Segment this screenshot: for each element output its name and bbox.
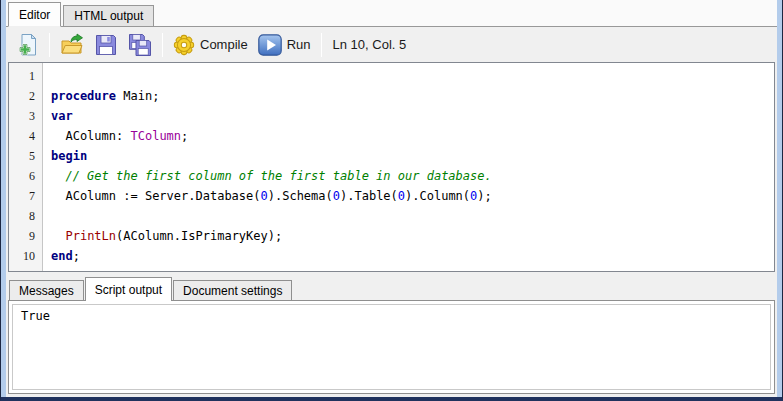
tab-messages[interactable]: Messages — [9, 280, 84, 300]
tab-editor-label: Editor — [19, 8, 50, 22]
tab-document-settings-label: Document settings — [183, 284, 282, 298]
run-button-label: Run — [287, 37, 311, 52]
new-file-icon — [15, 33, 39, 57]
editor-panel: 12345678910 procedure Main;var AColumn: … — [8, 62, 775, 272]
code-line: var — [51, 106, 774, 126]
code-line — [51, 206, 774, 226]
editor-tabstrip: Editor HTML output — [6, 0, 777, 27]
code-area[interactable]: procedure Main;var AColumn: TColumn;begi… — [43, 63, 774, 271]
code-line: AColumn := Server.Database(0).Schema(0).… — [51, 186, 774, 206]
compile-button[interactable]: Compile — [168, 31, 253, 59]
window-left-edge — [1, 0, 6, 397]
tab-messages-label: Messages — [19, 284, 74, 298]
compile-button-label: Compile — [200, 37, 248, 52]
open-folder-icon — [60, 33, 84, 57]
code-line: end; — [51, 246, 774, 266]
tab-script-output-label: Script output — [95, 283, 162, 297]
bottom-tabstrip: Messages Script output Document settings — [6, 276, 777, 300]
script-output-text: True — [21, 309, 762, 323]
editor-gutter: 12345678910 — [9, 63, 43, 271]
tab-document-settings[interactable]: Document settings — [173, 280, 292, 300]
code-line: procedure Main; — [51, 86, 774, 106]
code-line: AColumn: TColumn; — [51, 126, 774, 146]
code-line — [51, 66, 774, 86]
tab-editor[interactable]: Editor — [8, 2, 61, 27]
script-output-panel: True — [8, 300, 775, 394]
toolbar-separator — [162, 33, 163, 57]
save-all-icon — [128, 33, 152, 57]
new-file-button[interactable] — [10, 30, 44, 60]
play-icon — [258, 34, 282, 56]
bottom-area: Messages Script output Document settings… — [6, 272, 777, 397]
caret-position-label: Ln 10, Col. 5 — [327, 37, 413, 52]
tab-script-output[interactable]: Script output — [85, 277, 172, 301]
open-button[interactable] — [55, 30, 89, 60]
tab-html-output[interactable]: HTML output — [63, 5, 154, 26]
tab-html-output-label: HTML output — [74, 9, 143, 23]
toolbar-separator — [49, 33, 50, 57]
save-icon — [94, 33, 118, 57]
code-line: begin — [51, 146, 774, 166]
run-button[interactable]: Run — [253, 31, 316, 59]
ide-window: Editor HTML output — [0, 0, 783, 401]
toolbar: Compile Run — [6, 27, 777, 62]
code-line: // Get the first column of the first tab… — [51, 166, 774, 186]
save-all-button[interactable] — [123, 30, 157, 60]
save-button[interactable] — [89, 30, 123, 60]
script-output-box[interactable]: True — [12, 304, 771, 390]
toolbar-separator — [321, 33, 322, 57]
code-line: PrintLn(AColumn.IsPrimaryKey); — [51, 226, 774, 246]
window-right-edge — [777, 0, 782, 397]
gear-icon — [173, 34, 195, 56]
